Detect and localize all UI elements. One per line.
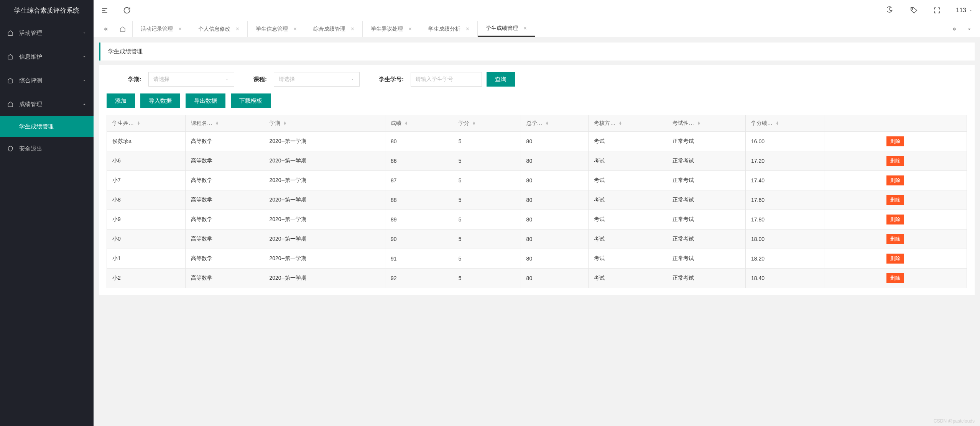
refresh-button[interactable]: [123, 6, 131, 15]
tab[interactable]: 综合成绩管理×: [305, 21, 363, 37]
collapse-sidebar-button[interactable]: [100, 6, 109, 15]
tag-icon[interactable]: [910, 6, 918, 15]
close-icon[interactable]: ×: [178, 26, 182, 33]
sort-icon[interactable]: ▲▼: [137, 121, 140, 125]
tab-menu[interactable]: [966, 26, 972, 32]
chevron-down-icon: [350, 77, 355, 82]
sort-icon[interactable]: ▲▼: [404, 121, 408, 125]
tab-scroll-right[interactable]: [952, 26, 959, 33]
delete-button[interactable]: 删除: [886, 234, 904, 244]
watermark: CSDN @pastclouds: [934, 418, 975, 424]
export-button[interactable]: 导出数据: [186, 93, 225, 108]
sort-icon[interactable]: ▲▼: [546, 121, 549, 125]
tab[interactable]: 学生异议处理×: [363, 21, 420, 37]
table-cell: 2020--第一学期: [264, 269, 385, 288]
table-cell: 16.00: [745, 132, 824, 151]
close-icon[interactable]: ×: [236, 26, 239, 33]
header-label: 学生姓…: [112, 120, 134, 127]
header-label: 考核方…: [594, 120, 615, 127]
table-cell: 小9: [107, 210, 186, 229]
delete-button[interactable]: 删除: [886, 175, 904, 185]
table-cell: 80: [521, 249, 589, 269]
delete-button[interactable]: 删除: [886, 215, 904, 224]
close-icon[interactable]: ×: [293, 26, 297, 33]
table-cell: 2020--第一学期: [264, 151, 385, 171]
tab[interactable]: 学生成绩分析×: [420, 21, 478, 37]
column-header[interactable]: 考试性…▲▼: [667, 115, 746, 132]
delete-button[interactable]: 删除: [886, 195, 904, 205]
sort-icon[interactable]: ▲▼: [215, 121, 219, 125]
tab[interactable]: 学生成绩管理×: [478, 21, 535, 37]
table-row: 小9高等数学2020--第一学期89580考试正常考试17.80删除: [107, 210, 967, 229]
tab[interactable]: 个人信息修改×: [190, 21, 248, 37]
sidebar-item-evaluation[interactable]: 综合评测: [0, 69, 94, 92]
column-header[interactable]: 课程名…▲▼: [185, 115, 264, 132]
close-icon[interactable]: ×: [523, 25, 527, 32]
table-cell: 18.20: [745, 249, 824, 269]
sort-icon[interactable]: ▲▼: [618, 121, 622, 125]
table-row: 小8高等数学2020--第一学期88580考试正常考试17.60删除: [107, 190, 967, 210]
user-menu[interactable]: 113: [956, 7, 973, 14]
sidebar-item-logout[interactable]: 安全退出: [0, 137, 94, 161]
add-button[interactable]: 添加: [107, 93, 135, 108]
student-id-input[interactable]: 请输入学生学号: [411, 72, 482, 87]
sort-icon[interactable]: ▲▼: [776, 121, 779, 125]
sort-icon[interactable]: ▲▼: [697, 121, 700, 125]
table-cell: 删除: [824, 210, 967, 229]
delete-button[interactable]: 删除: [886, 156, 904, 166]
table-cell: 2020--第一学期: [264, 171, 385, 190]
table-cell: 91: [385, 249, 453, 269]
column-header[interactable]: 学分▲▼: [453, 115, 521, 132]
table-row: 小2高等数学2020--第一学期92580考试正常考试18.40删除: [107, 269, 967, 288]
course-select[interactable]: 请选择: [274, 72, 360, 87]
table-cell: 5: [453, 190, 521, 210]
content: 学生成绩管理 学期: 请选择 课程: 请选择 学生学号:: [94, 37, 980, 426]
chevron-down-icon: [82, 31, 87, 35]
column-header[interactable]: [824, 115, 967, 132]
tab-home[interactable]: [113, 21, 133, 37]
query-button[interactable]: 查询: [487, 72, 515, 87]
table-row: 小1高等数学2020--第一学期91580考试正常考试18.20删除: [107, 249, 967, 269]
sort-icon[interactable]: ▲▼: [283, 121, 287, 125]
column-header[interactable]: 学期▲▼: [264, 115, 385, 132]
table-cell: 小0: [107, 229, 186, 249]
table-cell: 考试: [589, 171, 667, 190]
delete-button[interactable]: 删除: [886, 136, 904, 146]
delete-button[interactable]: 删除: [886, 254, 904, 264]
sidebar-item-grade-manage[interactable]: 学生成绩管理: [0, 116, 94, 137]
table-cell: 小8: [107, 190, 186, 210]
column-header[interactable]: 成绩▲▼: [385, 115, 453, 132]
tab[interactable]: 学生信息管理×: [248, 21, 305, 37]
sidebar-item-grades[interactable]: 成绩管理: [0, 92, 94, 116]
sidebar-item-info[interactable]: 信息维护: [0, 45, 94, 69]
tab[interactable]: 活动记录管理×: [133, 21, 190, 37]
table-cell: 删除: [824, 229, 967, 249]
table-cell: 小2: [107, 269, 186, 288]
fullscreen-icon[interactable]: [933, 6, 941, 15]
sidebar-item-label: 安全退出: [19, 145, 87, 152]
sidebar-item-activity[interactable]: 活动管理: [0, 21, 94, 45]
close-icon[interactable]: ×: [466, 26, 469, 33]
delete-button[interactable]: 删除: [886, 273, 904, 283]
tab-label: 学生异议处理: [371, 26, 403, 33]
column-header[interactable]: 学分绩…▲▼: [745, 115, 824, 132]
import-button[interactable]: 导入数据: [140, 93, 180, 108]
column-header[interactable]: 学生姓…▲▼: [107, 115, 186, 132]
theme-icon[interactable]: [887, 6, 895, 15]
sort-icon[interactable]: ▲▼: [472, 121, 476, 125]
table-cell: 考试: [589, 132, 667, 151]
table-row: 小0高等数学2020--第一学期90580考试正常考试18.00删除: [107, 229, 967, 249]
column-header[interactable]: 考核方…▲▼: [589, 115, 667, 132]
tab-scroll-left[interactable]: [97, 21, 113, 37]
column-header[interactable]: 总学…▲▼: [521, 115, 589, 132]
table-cell: 88: [385, 190, 453, 210]
close-icon[interactable]: ×: [351, 26, 354, 33]
header-label: 学分: [459, 120, 469, 127]
semester-select[interactable]: 请选择: [148, 72, 234, 87]
home-icon: [7, 77, 14, 84]
table-cell: 正常考试: [667, 210, 746, 229]
download-template-button[interactable]: 下载模板: [231, 93, 271, 108]
close-icon[interactable]: ×: [408, 26, 412, 33]
table-cell: 80: [385, 132, 453, 151]
table-cell: 80: [521, 190, 589, 210]
